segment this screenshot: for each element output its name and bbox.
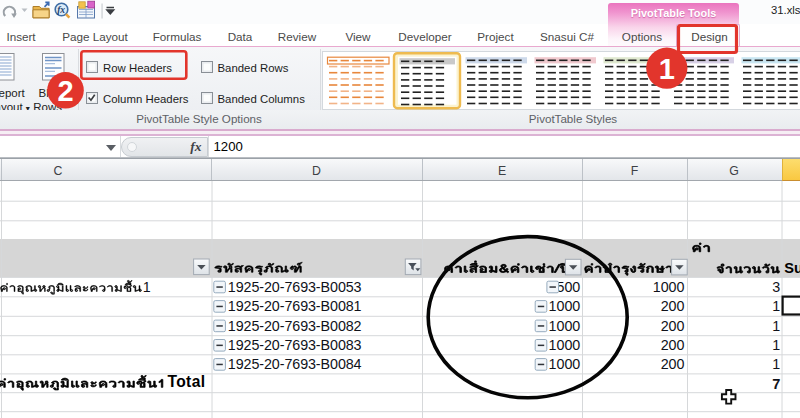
- svg-text:2: 2: [57, 75, 73, 107]
- svg-text:1: 1: [659, 53, 675, 85]
